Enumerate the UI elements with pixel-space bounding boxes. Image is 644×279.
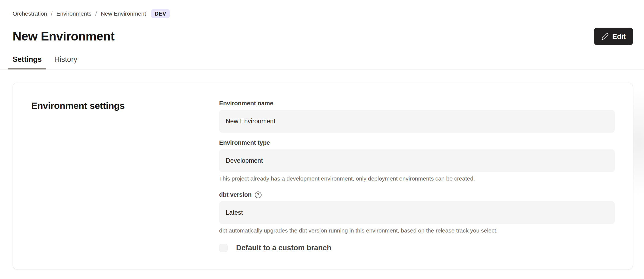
breadcrumb-new-environment[interactable]: New Environment: [101, 10, 146, 17]
environment-dev-badge: DEV: [151, 9, 170, 18]
dbt-version-input[interactable]: Latest: [219, 201, 615, 224]
dbt-version-label: dbt version: [219, 191, 252, 198]
tab-settings[interactable]: Settings: [8, 55, 46, 69]
environment-type-input[interactable]: Development: [219, 149, 615, 172]
breadcrumb-separator: /: [51, 10, 53, 17]
help-icon[interactable]: ?: [255, 191, 262, 198]
card-heading: Environment settings: [31, 100, 219, 111]
custom-branch-checkbox[interactable]: [219, 244, 228, 252]
edit-button[interactable]: Edit: [594, 28, 633, 45]
custom-branch-row: Default to a custom branch: [219, 244, 615, 252]
environment-name-label: Environment name: [219, 100, 273, 107]
breadcrumb: Orchestration / Environments / New Envir…: [13, 0, 633, 18]
page-title: New Environment: [13, 29, 115, 43]
card-heading-column: Environment settings: [31, 100, 219, 269]
page: Orchestration / Environments / New Envir…: [0, 0, 644, 279]
edit-button-label: Edit: [612, 32, 626, 41]
breadcrumb-environments[interactable]: Environments: [56, 10, 91, 17]
tab-bar: Settings History: [8, 55, 633, 69]
dbt-version-helper-text: dbt automatically upgrades the dbt versi…: [219, 227, 615, 234]
card-form-column: Environment name New Environment Environ…: [219, 100, 615, 269]
tab-history[interactable]: History: [50, 55, 82, 69]
environment-type-helper-text: This project already has a development e…: [219, 175, 615, 182]
environment-type-label: Environment type: [219, 139, 270, 146]
breadcrumb-separator: /: [95, 10, 97, 17]
field-environment-type: Environment type Development This projec…: [219, 139, 615, 182]
environment-settings-card: Environment settings Environment name Ne…: [13, 83, 633, 269]
page-header: New Environment Edit: [13, 28, 633, 45]
custom-branch-label: Default to a custom branch: [236, 244, 331, 252]
field-dbt-version: dbt version ? Latest dbt automatically u…: [219, 191, 615, 234]
field-environment-name: Environment name New Environment: [219, 100, 615, 133]
environment-name-input[interactable]: New Environment: [219, 110, 615, 133]
pencil-icon: [601, 33, 609, 40]
breadcrumb-orchestration[interactable]: Orchestration: [13, 10, 47, 17]
tabs-divider: [0, 69, 644, 69]
